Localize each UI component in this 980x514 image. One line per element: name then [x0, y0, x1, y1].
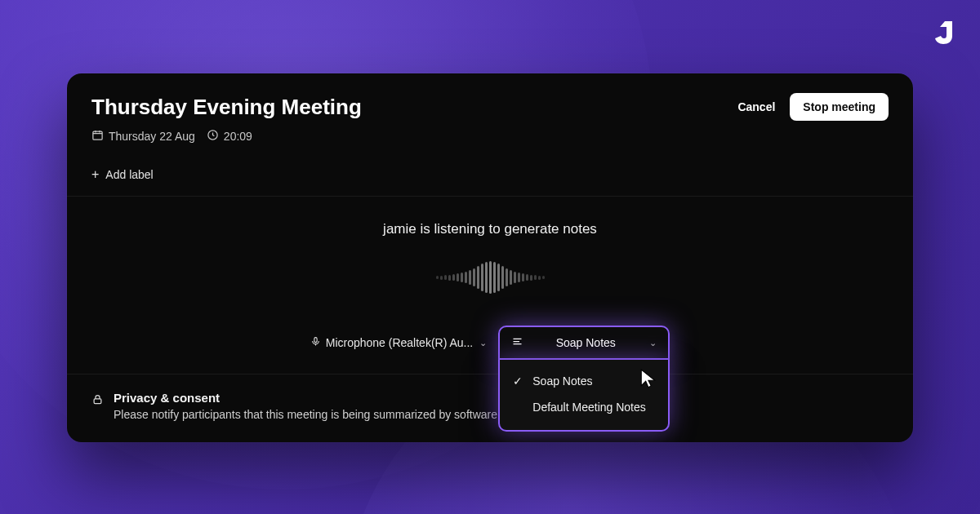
chevron-down-icon: ⌄ [479, 338, 487, 348]
header-actions: Cancel Stop meeting [737, 93, 889, 121]
header: Thursday Evening Meeting Cancel Stop mee… [67, 73, 913, 197]
stop-meeting-button[interactable]: Stop meeting [790, 93, 889, 121]
listening-status: jamie is listening to generate notes [91, 221, 889, 237]
meeting-time: 20:09 [207, 129, 252, 144]
template-dropdown: ✓ Soap Notes Default Meeting Notes [498, 360, 670, 432]
svg-rect-3 [94, 399, 101, 404]
cancel-button[interactable]: Cancel [737, 100, 775, 113]
option-label: Soap Notes [532, 374, 592, 388]
date-text: Thursday 22 Aug [109, 130, 195, 143]
svg-rect-0 [93, 131, 102, 140]
privacy-row: Privacy & consent Please notify particip… [91, 391, 889, 421]
microphone-label: Microphone (Realtek(R) Au... [326, 336, 474, 349]
meeting-date: Thursday 22 Aug [91, 129, 195, 144]
add-label-text: Add label [105, 168, 153, 181]
privacy-body: Please notify participants that this mee… [114, 408, 545, 421]
privacy-title: Privacy & consent [114, 391, 545, 405]
title-row: Thursday Evening Meeting Cancel Stop mee… [91, 93, 889, 121]
main-area: jamie is listening to generate notes Mic… [67, 197, 913, 360]
audio-waveform [91, 260, 889, 295]
lock-icon [91, 391, 104, 409]
microphone-icon [310, 336, 321, 349]
footer: Privacy & consent Please notify particip… [67, 374, 913, 442]
brand-logo [926, 18, 956, 47]
template-selector[interactable]: Soap Notes ⌄ [498, 326, 670, 360]
dropdown-option-soap-notes[interactable]: ✓ Soap Notes [500, 368, 668, 394]
template-selected-label: Soap Notes [532, 336, 639, 349]
option-label: Default Meeting Notes [532, 401, 646, 414]
calendar-icon [91, 129, 104, 144]
template-selector-wrap: Soap Notes ⌄ ✓ Soap Notes Default Meetin… [498, 326, 670, 360]
plus-icon: + [91, 168, 99, 181]
add-label-button[interactable]: + Add label [91, 168, 889, 196]
privacy-text: Privacy & consent Please notify particip… [114, 391, 545, 421]
clock-icon [207, 129, 219, 144]
dropdown-option-default-notes[interactable]: Default Meeting Notes [500, 394, 668, 420]
meeting-title: Thursday Evening Meeting [91, 95, 362, 120]
time-text: 20:09 [224, 130, 252, 143]
microphone-selector[interactable]: Microphone (Realtek(R) Au... ⌄ [310, 336, 488, 349]
svg-rect-2 [314, 338, 317, 343]
meta-row: Thursday 22 Aug 20:09 [91, 129, 889, 144]
controls-row: Microphone (Realtek(R) Au... ⌄ Soap Note… [91, 326, 889, 360]
list-icon [511, 335, 523, 350]
check-icon: ✓ [513, 374, 524, 388]
chevron-down-icon: ⌄ [649, 338, 657, 348]
app-window: Thursday Evening Meeting Cancel Stop mee… [67, 73, 913, 442]
